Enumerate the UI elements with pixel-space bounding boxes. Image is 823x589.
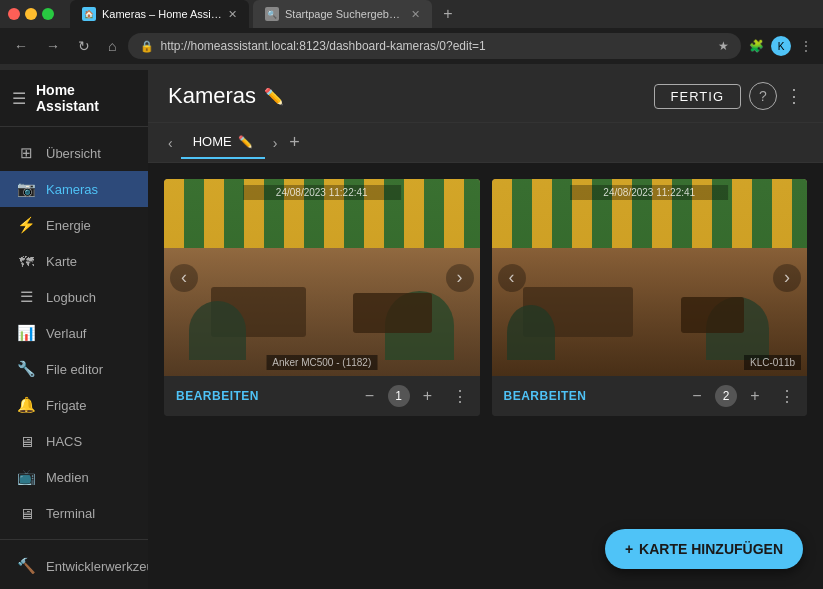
sidebar-label-kameras: Kameras — [46, 182, 98, 197]
map-icon: 🗺 — [16, 251, 36, 271]
camera-name-1: Anker MC500 - (1182) — [266, 355, 377, 370]
title-bar: 🏠 Kameras – Home Assistant ✕ 🔍 Startpage… — [0, 0, 823, 28]
sidebar-label-verlauf: Verlauf — [46, 326, 86, 341]
bearbeiten-button-2[interactable]: BEARBEITEN — [504, 389, 587, 403]
toolbar-right: 🧩 K ⋮ — [747, 36, 815, 56]
tab-close-2[interactable]: ✕ — [411, 8, 420, 21]
sidebar-label-energie: Energie — [46, 218, 91, 233]
camera-scene-2 — [492, 179, 808, 376]
camera-card-1: 24/08/2023 11:22:41 Anker MC500 - (1182)… — [164, 179, 480, 416]
tab-label-1: Kameras – Home Assistant — [102, 8, 222, 20]
sidebar-item-logbuch[interactable]: ☰ Logbuch — [0, 279, 148, 315]
sidebar-item-medien[interactable]: 📺 Medien — [0, 459, 148, 495]
sidebar-item-hacs[interactable]: 🖥 HACS — [0, 423, 148, 459]
sidebar: ☰ Home Assistant ⊞ Übersicht 📷 Kameras ⚡… — [0, 70, 148, 589]
tab-startpage[interactable]: 🔍 Startpage Suchergebnisse ✕ — [253, 0, 432, 28]
home-button[interactable]: ⌂ — [102, 34, 122, 58]
sidebar-item-verlauf[interactable]: 📊 Verlauf — [0, 315, 148, 351]
content-tabs: ‹ HOME ✏️ › + — [148, 123, 823, 163]
header-right: FERTIG ? ⋮ — [654, 82, 803, 110]
back-button[interactable]: ← — [8, 34, 34, 58]
extensions-icon[interactable]: 🧩 — [747, 37, 765, 55]
decrease-count-1[interactable]: − — [358, 384, 382, 408]
sidebar-item-frigate[interactable]: 🔔 Frigate — [0, 387, 148, 423]
sidebar-label-terminal: Terminal — [46, 506, 95, 521]
sidebar-item-energie[interactable]: ⚡ Energie — [0, 207, 148, 243]
tab-favicon-1: 🏠 — [82, 7, 96, 21]
sidebar-item-dev[interactable]: 🔨 Entwicklerwerkzeuge — [0, 548, 148, 584]
sidebar-label-hacs: HACS — [46, 434, 82, 449]
main-header: Kameras ✏️ FERTIG ? ⋮ — [148, 70, 823, 123]
bearbeiten-button-1[interactable]: BEARBEITEN — [176, 389, 259, 403]
sidebar-item-uebersicht[interactable]: ⊞ Übersicht — [0, 135, 148, 171]
tool-icon: 🔧 — [16, 359, 36, 379]
log-icon: ☰ — [16, 287, 36, 307]
edit-pencil-icon[interactable]: ✏️ — [264, 87, 284, 106]
tab-label-2: Startpage Suchergebnisse — [285, 8, 405, 20]
minimize-window-button[interactable] — [25, 8, 37, 20]
window-controls — [8, 8, 54, 20]
tab-edit-icon[interactable]: ✏️ — [238, 135, 253, 149]
close-window-button[interactable] — [8, 8, 20, 20]
increase-count-1[interactable]: + — [416, 384, 440, 408]
hamburger-icon[interactable]: ☰ — [12, 89, 26, 108]
sidebar-header: ☰ Home Assistant — [0, 70, 148, 127]
camera-nav-right-2[interactable]: › — [773, 264, 801, 292]
page-title: Kameras — [168, 83, 256, 109]
sidebar-item-terminal[interactable]: 🖥 Terminal — [0, 495, 148, 531]
energy-icon: ⚡ — [16, 215, 36, 235]
app-container: ☰ Home Assistant ⊞ Übersicht 📷 Kameras ⚡… — [0, 70, 823, 589]
address-bar[interactable]: 🔒 http://homeassistant.local:8123/dashbo… — [128, 33, 741, 59]
browser-chrome: 🏠 Kameras – Home Assistant ✕ 🔍 Startpage… — [0, 0, 823, 70]
app-title: Home Assistant — [36, 82, 136, 114]
hacs-icon: 🖥 — [16, 431, 36, 451]
sidebar-item-file-editor[interactable]: 🔧 File editor — [0, 351, 148, 387]
main-content: Kameras ✏️ FERTIG ? ⋮ ‹ HOME ✏️ › + — [148, 70, 823, 589]
sidebar-item-karte[interactable]: 🗺 Karte — [0, 243, 148, 279]
camera-controls-2: BEARBEITEN − 2 + ⋮ — [492, 376, 808, 416]
dev-icon: 🔨 — [16, 556, 36, 576]
camera-nav-left-2[interactable]: ‹ — [498, 264, 526, 292]
add-card-button[interactable]: + KARTE HINZUFÜGEN — [605, 529, 803, 569]
forward-button[interactable]: → — [40, 34, 66, 58]
camera-scene-1 — [164, 179, 480, 376]
header-left: Kameras ✏️ — [168, 83, 284, 109]
camera-view-1: 24/08/2023 11:22:41 Anker MC500 - (1182)… — [164, 179, 480, 376]
history-icon: 📊 — [16, 323, 36, 343]
card-more-icon-1[interactable]: ⋮ — [452, 387, 468, 406]
tab-back-button[interactable]: ‹ — [164, 131, 177, 155]
more-options-icon[interactable]: ⋮ — [797, 37, 815, 55]
more-options-button[interactable]: ⋮ — [785, 85, 803, 107]
address-text: http://homeassistant.local:8123/dashboar… — [160, 39, 712, 53]
sidebar-item-settings[interactable]: ⚙ Einstellungen — [0, 584, 148, 589]
camera-timestamp-2: 24/08/2023 11:22:41 — [570, 185, 728, 200]
tab-home[interactable]: HOME ✏️ — [181, 126, 265, 159]
fertig-button[interactable]: FERTIG — [654, 84, 741, 109]
frigate-icon: 🔔 — [16, 395, 36, 415]
maximize-window-button[interactable] — [42, 8, 54, 20]
help-button[interactable]: ? — [749, 82, 777, 110]
profile-icon[interactable]: K — [771, 36, 791, 56]
tab-forward-button[interactable]: › — [269, 131, 282, 155]
camera-nav-right-1[interactable]: › — [446, 264, 474, 292]
sidebar-bottom: 🔨 Entwicklerwerkzeuge ⚙ Einstellungen 🔔 … — [0, 539, 148, 589]
sidebar-item-kameras[interactable]: 📷 Kameras — [0, 171, 148, 207]
sidebar-nav: ⊞ Übersicht 📷 Kameras ⚡ Energie 🗺 Karte … — [0, 127, 148, 539]
count-controls-1: − 1 + ⋮ — [358, 384, 468, 408]
new-tab-button[interactable]: + — [436, 2, 460, 26]
reload-button[interactable]: ↻ — [72, 34, 96, 58]
tab-close-1[interactable]: ✕ — [228, 8, 237, 21]
camera-timestamp-1: 24/08/2023 11:22:41 — [243, 185, 401, 200]
sidebar-label-logbuch: Logbuch — [46, 290, 96, 305]
tab-favicon-2: 🔍 — [265, 7, 279, 21]
tab-home-label: HOME — [193, 134, 232, 149]
decrease-count-2[interactable]: − — [685, 384, 709, 408]
camera-icon: 📷 — [16, 179, 36, 199]
card-more-icon-2[interactable]: ⋮ — [779, 387, 795, 406]
add-card-icon: + — [625, 541, 633, 557]
sidebar-label-frigate: Frigate — [46, 398, 86, 413]
add-tab-button[interactable]: + — [285, 128, 304, 157]
increase-count-2[interactable]: + — [743, 384, 767, 408]
tab-kameras[interactable]: 🏠 Kameras – Home Assistant ✕ — [70, 0, 249, 28]
camera-nav-left-1[interactable]: ‹ — [170, 264, 198, 292]
